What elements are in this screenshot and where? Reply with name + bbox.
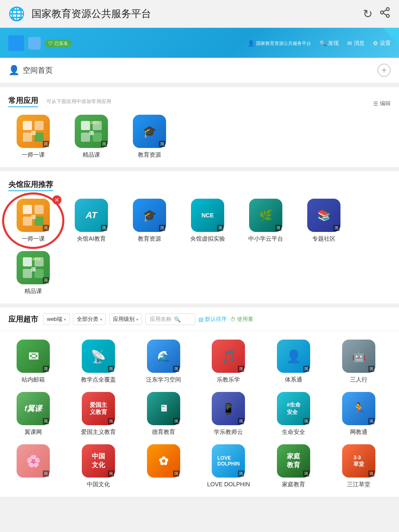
svg-rect-19 <box>34 217 44 226</box>
app-wangjiao[interactable]: 🏃 国 网教通 <box>334 392 384 436</box>
app-icon-wrap: 2021 国 国 <box>75 115 108 148</box>
url-text: 国家教育资源公共服务平台 <box>32 7 356 20</box>
sort-button[interactable]: ▤ 默认排序 <box>198 315 227 323</box>
app-label: 央馆虚拟实验 <box>190 235 225 243</box>
app-jiaoyuziyuan-2[interactable]: 🎓 国 教育资源 <box>125 199 174 243</box>
app-icon-wrap: #生命安全 国 <box>277 392 310 425</box>
gear-icon: ⚙ <box>373 40 378 47</box>
app-nce[interactable]: NCE 国 央馆虚拟实验 <box>183 199 233 243</box>
app-xuele[interactable]: 📱 国 学乐教师云 <box>203 392 253 436</box>
flag-badge: 国 <box>173 366 179 372</box>
app-icon-wrap: 🌿 国 <box>249 199 282 232</box>
app-icon-wrap: 家庭教育 国 <box>277 444 310 478</box>
flag-badge: 国 <box>368 418 375 424</box>
svg-rect-17 <box>34 205 44 214</box>
app-deyu[interactable]: 🖥 国 德育教育 <box>139 392 188 436</box>
flag-badge: 国 <box>43 277 49 283</box>
app-icon-wrap: AT 国 <box>75 199 108 232</box>
app-sanjiangcaotang[interactable]: 3·3草堂 国 三江草堂 <box>334 444 384 488</box>
chevron-icon: ▾ <box>100 317 102 322</box>
flag-badge: 国 <box>333 225 340 231</box>
app-label: 泛东学习空间 <box>146 376 181 384</box>
sort-icon: ▤ <box>198 316 203 323</box>
app-tixi[interactable]: 👤 国 体系通 <box>269 340 318 384</box>
usage-button[interactable]: ⏱ 使用量 <box>230 315 253 323</box>
edit-button[interactable]: ☰ 编辑 <box>373 100 391 107</box>
app-label: 网教通 <box>350 429 367 436</box>
app-market-grid: ✉ 国 站内邮箱 📡 国 教学点全覆盖 🌊 国 泛东学习空间 <box>0 331 399 497</box>
shield-icon: 🛡 <box>48 41 53 46</box>
app-sanrenxing[interactable]: 🤖 国 三人行 <box>334 340 384 384</box>
close-icon[interactable]: ✕ <box>52 195 61 204</box>
svg-text:国: 国 <box>31 267 36 272</box>
svg-point-2 <box>387 14 389 17</box>
app-zhongxiaoxue[interactable]: 🌿 国 中小学云平台 <box>241 199 291 243</box>
common-apps-grid: 国 国 一师一课 2021 国 <box>8 115 391 159</box>
app-fandong[interactable]: 🌊 国 泛东学习空间 <box>139 340 188 384</box>
svg-rect-6 <box>34 121 44 130</box>
verified-badge: 🛡 国家教育资源公共服务平台 已实名 <box>45 39 71 47</box>
central-apps-row1: ✕ 国 国 一师一课 AT <box>8 199 391 243</box>
reload-icon[interactable]: ↻ <box>363 7 372 21</box>
app-yishiyike-circled[interactable]: ✕ 国 国 一师一课 <box>8 199 58 243</box>
svg-point-1 <box>381 11 384 14</box>
filter-web[interactable]: web端 ▾ <box>43 313 70 325</box>
app-aiguozhuyi[interactable]: 爱国主义教育 国 爱国主义教育 <box>73 392 123 436</box>
app-email[interactable]: ✉ 国 站内邮箱 <box>8 340 58 384</box>
app-jiaoyuziyuan[interactable]: 🎓 国 教育资源 <box>125 115 174 159</box>
app-icon-wrap: LOVEDOLPHIN 国 <box>212 444 245 478</box>
app-label: 中小学云平台 <box>248 235 283 243</box>
svg-text:2021: 2021 <box>32 257 41 261</box>
app-icon-wrap: 2021 国 国 <box>17 251 50 284</box>
app-love-dolphin[interactable]: LOVEDOLPHIN 国 LOVE DOLPHIN <box>203 444 253 488</box>
app-icon-wrap: 国 国 <box>17 115 50 148</box>
app-bottom3[interactable]: ✿ 国 <box>139 444 188 488</box>
app-label: 站内邮箱 <box>22 376 45 384</box>
app-label: 中国文化 <box>87 481 110 488</box>
app-icon-wrap: 中国文化 国 <box>82 444 115 478</box>
chevron-icon: ▾ <box>64 317 66 322</box>
app-icon-wrap: NCE 国 <box>191 199 224 232</box>
app-jiating[interactable]: 家庭教育 国 家庭教育 <box>269 444 318 488</box>
app-teach-cover[interactable]: 📡 国 教学点全覆盖 <box>73 340 123 384</box>
globe-icon: 🌐 <box>8 6 25 22</box>
app-icon-wrap: f翼课 国 <box>17 392 50 425</box>
app-label: LOVE DOLPHIN <box>207 481 250 488</box>
plus-icon: + <box>382 66 387 75</box>
app-label: 体系通 <box>285 376 302 384</box>
market-filters: web端 ▾ 全部分类 ▾ 应用级别 ▾ 应用名称 🔍 ▤ 默认排序 ⏱ 使用量 <box>43 313 253 325</box>
app-jingpinke[interactable]: 2021 国 国 精品课 <box>66 115 116 159</box>
search-box[interactable]: 应用名称 🔍 <box>145 313 195 325</box>
app-bottom1[interactable]: 🌸 国 <box>8 444 58 488</box>
app-yanguan-ai[interactable]: AT 国 央馆AI教育 <box>66 199 116 243</box>
app-shengming[interactable]: #生命安全 国 生命安全 <box>269 392 318 436</box>
flag-badge: 国 <box>238 366 244 372</box>
space-home-button[interactable]: 👤 空间首页 <box>8 65 53 76</box>
app-zhongguowenhua[interactable]: 中国文化 国 中国文化 <box>73 444 123 488</box>
app-zhuanti[interactable]: 📚 国 专题社区 <box>299 199 349 243</box>
flag-badge: 国 <box>303 366 309 372</box>
common-apps-title: 常用应用 <box>8 96 38 107</box>
add-button[interactable]: + <box>377 64 391 77</box>
mail-icon: ✉ <box>347 40 352 47</box>
svg-text:2021: 2021 <box>91 121 99 125</box>
browser-bar: 🌐 国家教育资源公共服务平台 ↻ <box>0 0 399 28</box>
filter-level[interactable]: 应用级别 ▾ <box>109 313 142 325</box>
user-icon: 👤 <box>247 40 255 47</box>
section-title-row: 常用应用 可从下面应用中添加常用应用 ☰ 编辑 <box>8 96 391 107</box>
nav-item-discover[interactable]: 🔍 发现 <box>319 39 339 47</box>
flag-badge: 国 <box>101 225 107 231</box>
app-jingpinke-2[interactable]: 2021 国 国 精品课 <box>8 251 58 295</box>
flag-badge: 国 <box>303 470 309 477</box>
flag-badge: 国 <box>238 418 244 424</box>
filter-category[interactable]: 全部分类 ▾ <box>73 313 106 325</box>
share-icon[interactable] <box>379 7 391 21</box>
nav-item-platform[interactable]: 👤 国家教育资源公共服务平台 <box>247 40 311 47</box>
clock-icon: ⏱ <box>230 316 235 323</box>
nav-item-message[interactable]: ✉ 消息 <box>347 39 365 47</box>
app-yike[interactable]: f翼课 国 翼课网 <box>8 392 58 436</box>
app-icon-wrap: 🌸 国 <box>17 444 50 478</box>
nav-item-settings[interactable]: ⚙ 设置 <box>373 39 391 47</box>
app-lejiao[interactable]: 🎵 国 乐教乐学 <box>203 340 253 384</box>
app-yishiyike[interactable]: 国 国 一师一课 <box>8 115 58 159</box>
